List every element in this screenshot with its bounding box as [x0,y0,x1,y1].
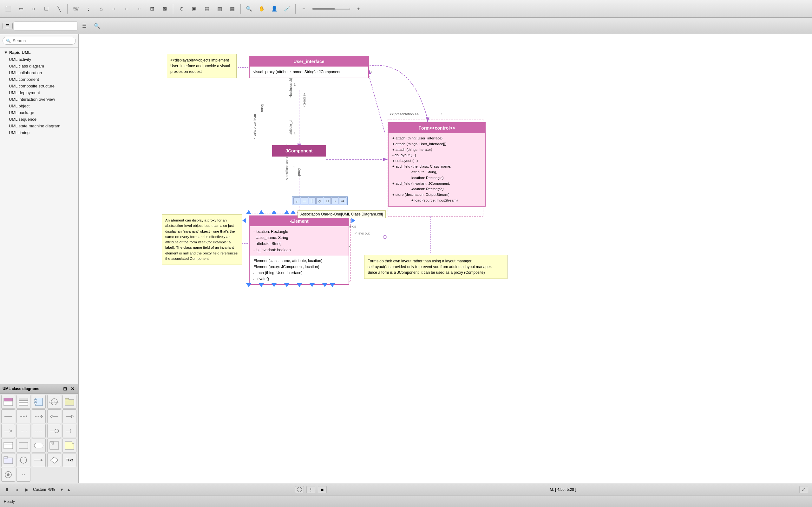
zoom-up-btn[interactable]: ▲ [66,487,72,493]
pan-tool[interactable]: ✋ [256,3,267,14]
next-page-btn[interactable]: ▶ [23,487,31,493]
sel-arrow-down-8[interactable] [330,283,335,287]
menu-btn[interactable]: ☰ [3,23,13,29]
checkbox-tool[interactable]: ☐ [41,3,52,14]
view-grid-btn[interactable]: ⋮ [306,486,315,493]
detach-tool[interactable]: ▤ [201,3,212,14]
tree-item-3[interactable]: UML component [0,76,78,83]
view-fit-btn[interactable]: ⛶ [295,486,304,493]
cursor-tool[interactable]: ⬜ [3,3,14,14]
palette-interface[interactable] [16,395,31,409]
arrow-right-tool[interactable]: → [108,3,119,14]
prev-page-btn[interactable]: ◃ [13,487,20,493]
palette-pkg[interactable] [1,453,15,467]
tree-category-rapid-uml[interactable]: ▼ Rapid UML [0,49,78,56]
ellipse-tool[interactable]: ○ [28,3,39,14]
palette-gen[interactable] [62,409,77,424]
eyedropper-tool[interactable]: 💉 [281,3,293,14]
tree-item-10[interactable]: UML state machine diagram [0,123,78,129]
expand-tool[interactable]: ⊞ [146,3,158,14]
palette-frame[interactable] [47,439,61,452]
canvas-area[interactable]: thing «business object» «creates» < gets… [79,34,812,483]
arrow-left-tool[interactable]: ← [121,3,132,14]
tree-item-4[interactable]: UML composite structure [0,83,78,89]
ungroup-tool[interactable]: ▦ [226,3,238,14]
palette-notelink[interactable] [16,424,31,438]
arrow-both-tool[interactable]: ↔ [134,3,145,14]
zoom-minus-tool[interactable]: − [298,3,310,14]
sel-arrow-up-2[interactable] [259,210,264,214]
palette-arrow[interactable] [32,453,46,467]
tree-item-11[interactable]: UML timing [0,129,78,136]
palette-iface[interactable] [47,424,61,438]
tree-item-1[interactable]: UML class diagram [0,63,78,69]
zoom-in-tool[interactable]: 🔍 [243,3,255,14]
assoc-btn-7[interactable]: ⇨ [339,198,346,205]
sel-arrow-down-3[interactable] [271,283,276,287]
palette-close-icon[interactable]: ✕ [69,386,76,392]
sel-arrow-down-2[interactable] [259,283,264,287]
group-tool[interactable]: ▥ [214,3,225,14]
palette-note[interactable] [62,439,77,452]
palette-circle[interactable]: interface [47,395,61,409]
zoom-plus-tool[interactable]: + [353,3,364,14]
view-expand-btn[interactable]: ⤢ [799,486,808,493]
palette-dep[interactable] [16,409,31,424]
sel-arrow-right-1[interactable] [351,218,355,223]
palette-package[interactable] [62,395,77,409]
assoc-btn-1[interactable]: ┌ [293,198,300,205]
tree-item-0[interactable]: UML activity [0,56,78,63]
class-form[interactable]: Form<<control>> + attach (thing: User_in… [388,122,486,207]
palette-diamond[interactable] [47,453,61,467]
tree-item-7[interactable]: UML object [0,103,78,109]
palette-nav[interactable] [1,424,15,438]
line-tool[interactable]: ╲ [53,3,65,14]
grid-tool[interactable]: ⋮ [83,3,94,14]
palette-dep2[interactable] [32,424,46,438]
palette-req[interactable] [62,424,77,438]
sel-arrow-down-5[interactable] [297,283,302,287]
class-jcomponent[interactable]: JComponent [272,145,326,157]
palette-real[interactable] [32,409,46,424]
tree-item-9[interactable]: UML sequence [0,116,78,123]
pause-btn[interactable]: ⏸ [4,487,10,493]
search-tool[interactable]: 🔍 [91,20,103,32]
tree-item-2[interactable]: UML collaboration [0,69,78,76]
assoc-btn-2[interactable]: ─ [301,198,308,205]
tree-item-5[interactable]: UML deployment [0,89,78,96]
class-user-interface[interactable]: User_interface visual_proxy (attribute_n… [249,56,369,78]
phone-tool[interactable]: ☏ [70,3,82,14]
palette-boundary[interactable] [16,453,31,467]
assoc-btn-3[interactable]: ┼ [309,198,316,205]
sel-arrow-down-4[interactable] [284,283,289,287]
class-element[interactable]: -Element - location: Rectangle - class_n… [249,216,349,285]
sel-arrow-left-1[interactable] [242,218,246,223]
palette-expand-icon[interactable]: ⊞ [62,386,68,392]
filename-input[interactable] [14,21,78,31]
rectangle-tool[interactable]: ▭ [15,3,27,14]
tree-item-6[interactable]: UML interaction overview [0,96,78,103]
palette-box[interactable] [16,439,31,452]
sel-arrow-up-3[interactable] [271,210,276,214]
array-tool[interactable]: ⌂ [96,3,107,14]
palette-circle2[interactable] [1,468,15,482]
sel-arrow-down-6[interactable] [310,283,315,287]
zoom-down-btn[interactable]: ▼ [59,487,65,493]
palette-text[interactable]: Text [62,453,77,467]
sel-arrow-up-5[interactable] [291,210,296,214]
sel-arrow-up-4[interactable] [284,210,289,214]
palette-class[interactable] [1,395,15,409]
attach-tool[interactable]: ▣ [189,3,200,14]
tree-item-8[interactable]: UML package [0,109,78,116]
assoc-btn-6[interactable]: → [332,198,339,205]
palette-state[interactable] [32,439,46,452]
assoc-btn-4[interactable]: ◇ [316,198,323,205]
assoc-btn-5[interactable]: □ [324,198,331,205]
sel-arrow-down-1[interactable] [246,283,251,287]
collapse-tool[interactable]: ⊠ [159,3,170,14]
palette-agg[interactable] [47,409,61,424]
person-tool[interactable]: 👤 [269,3,280,14]
search-input[interactable] [13,38,72,43]
sel-arrow-down-7[interactable] [322,283,327,287]
palette-component[interactable] [32,395,46,409]
